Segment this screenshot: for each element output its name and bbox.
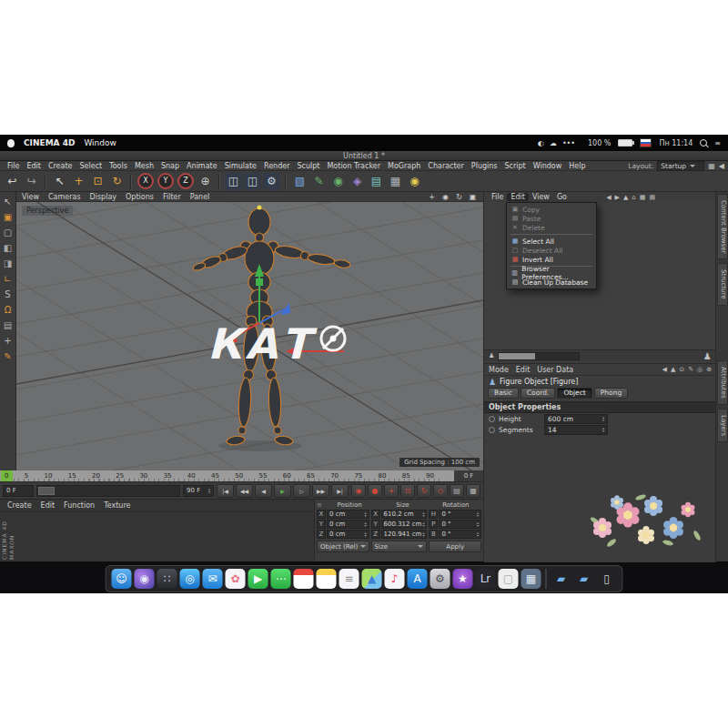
- coordinate-field[interactable]: 0 °: [439, 520, 481, 529]
- attribute-tab[interactable]: Coord.: [521, 388, 556, 399]
- snap-icon[interactable]: S: [5, 290, 10, 299]
- active-app-name[interactable]: CINEMA 4D: [24, 138, 75, 147]
- side-tab[interactable]: Structure: [717, 263, 728, 306]
- layout-collapse-icon[interactable]: ◀: [719, 162, 724, 170]
- app-menu-item[interactable]: Create: [45, 162, 76, 170]
- toolbar-icon[interactable]: [218, 175, 220, 188]
- record-keyframe-icon[interactable]: ◉: [351, 484, 366, 498]
- prev-key-button[interactable]: ◀◀: [236, 484, 253, 498]
- notes-dock-icon[interactable]: [317, 569, 337, 589]
- redo-icon[interactable]: ↪: [23, 173, 40, 190]
- viewport-menu-item[interactable]: Options: [126, 193, 154, 201]
- add-floor-icon[interactable]: ▤: [368, 173, 385, 190]
- record-position-icon[interactable]: +: [384, 484, 399, 498]
- play-button[interactable]: ▶: [274, 484, 291, 498]
- menubar-item-window[interactable]: Window: [84, 138, 116, 147]
- app-menu-item[interactable]: Motion Tracker: [323, 162, 384, 170]
- viewport-menu-item[interactable]: Panel: [190, 193, 210, 201]
- app-menu-item[interactable]: Sculpt: [293, 162, 323, 170]
- axis-icon[interactable]: +: [4, 337, 11, 346]
- more-status-icon[interactable]: •••: [562, 139, 575, 147]
- next-frame-button[interactable]: ▷: [293, 484, 310, 498]
- forward-icon[interactable]: ▶: [615, 194, 620, 201]
- pages-dock-icon[interactable]: ▢: [499, 569, 519, 589]
- pan-view-icon[interactable]: +: [427, 193, 437, 201]
- mail-dock-icon[interactable]: ✉: [203, 569, 223, 589]
- utility-dock-icon[interactable]: ▦: [521, 569, 541, 589]
- messages-dock-icon[interactable]: ⋯: [271, 569, 291, 589]
- render-view-icon[interactable]: ◫: [225, 173, 242, 190]
- attribute-tab[interactable]: Basic: [488, 388, 519, 399]
- notification-center-icon[interactable]: ≡: [714, 139, 721, 147]
- browser-menu-item[interactable]: Go: [553, 193, 571, 201]
- coordinate-mode-select[interactable]: Object (Rel): [317, 541, 369, 552]
- cloud-icon[interactable]: ☁: [550, 139, 557, 147]
- coordinate-field[interactable]: 610.2 cm: [381, 510, 428, 519]
- maps-dock-icon[interactable]: ▲: [362, 569, 382, 589]
- filter-icon[interactable]: ▲: [671, 366, 675, 373]
- model-mode-icon[interactable]: ▣: [4, 213, 12, 222]
- app-menu-item[interactable]: Snap: [157, 162, 183, 170]
- calendar-dock-icon[interactable]: [294, 569, 314, 589]
- ik-handle-dot[interactable]: [258, 206, 262, 210]
- apple-menu-icon[interactable]: [7, 139, 15, 147]
- menubar-clock[interactable]: Пн 11:14: [659, 139, 693, 147]
- timeline-range-slider[interactable]: [36, 485, 180, 497]
- app-menu-item[interactable]: Edit: [23, 162, 45, 170]
- range-slider-handle[interactable]: [38, 487, 55, 495]
- dropdown-menu-item[interactable]: ▩ Invert All: [507, 255, 596, 264]
- up-icon[interactable]: ▲: [623, 194, 628, 201]
- app-menu-item[interactable]: Plugins: [468, 162, 501, 170]
- coordinate-field[interactable]: 0 cm: [327, 530, 369, 539]
- stepper-arrows-icon[interactable]: [422, 531, 424, 537]
- edit-mode-icon[interactable]: ✎: [688, 366, 693, 373]
- app-menu-item[interactable]: Window: [530, 162, 566, 170]
- add-camera-icon[interactable]: ▦: [387, 173, 404, 190]
- goto-start-button[interactable]: |◀: [217, 484, 234, 498]
- object-axis-icon[interactable]: ▢: [4, 228, 12, 238]
- dropdown-menu-item[interactable]: ▥ Browser Preferences...: [507, 268, 596, 278]
- launchpad-dock-icon[interactable]: ∷: [157, 569, 177, 589]
- x-axis-lock-icon[interactable]: X: [137, 173, 154, 189]
- stepper-arrows-icon[interactable]: [365, 531, 367, 537]
- attribute-menu-item[interactable]: Edit: [516, 366, 531, 374]
- viewport-menu-item[interactable]: Display: [90, 193, 117, 201]
- animation-dot-icon[interactable]: [489, 427, 495, 433]
- stepper-arrows-icon[interactable]: [422, 521, 424, 527]
- current-frame-field[interactable]: 0 F: [3, 485, 34, 497]
- grid-view-icon[interactable]: ▦: [640, 194, 646, 201]
- record-rotation-icon[interactable]: ↻: [417, 484, 431, 498]
- side-tab[interactable]: Content Browser: [717, 194, 728, 259]
- material-menu-item[interactable]: Function: [64, 501, 95, 510]
- app-menu-item[interactable]: Help: [565, 162, 589, 170]
- layout-grid-icon[interactable]: ▦: [708, 162, 715, 170]
- dropdown-menu-item[interactable]: ▣ Copy: [507, 205, 596, 214]
- dropdown-menu-item[interactable]: ▦ Select All: [507, 237, 596, 246]
- coordinate-field[interactable]: 0 °: [439, 530, 481, 539]
- toggle-view-icon[interactable]: ▣: [468, 193, 478, 201]
- point-mode-icon[interactable]: ◧: [4, 244, 12, 253]
- window-titlebar[interactable]: Untitled 1 *: [0, 151, 728, 161]
- attribute-menu-item[interactable]: User Data: [537, 366, 573, 374]
- attribute-menu-item[interactable]: Mode: [489, 366, 509, 374]
- siri-dock-icon[interactable]: ◉: [135, 569, 155, 589]
- render-picture-viewer-icon[interactable]: ◫: [244, 173, 261, 190]
- lightroom-dock-icon[interactable]: Lr: [476, 569, 496, 589]
- photos-dock-icon[interactable]: ✿: [226, 569, 246, 589]
- layout-select[interactable]: Startup: [657, 161, 704, 171]
- downloads-folder-icon[interactable]: ▰: [551, 569, 571, 589]
- documents-folder-icon[interactable]: ▰: [574, 569, 594, 589]
- timeline-ruler[interactable]: 051015202530354045505560657075808590 0 F: [0, 470, 483, 481]
- imovie-dock-icon[interactable]: ★: [453, 569, 473, 589]
- render-settings-icon[interactable]: ⚙: [263, 173, 280, 190]
- keyframe-selection-icon[interactable]: ▤: [450, 484, 464, 498]
- rotate-tool-icon[interactable]: ↻: [108, 173, 126, 190]
- app-menu-item[interactable]: Tools: [106, 162, 131, 170]
- add-cube-icon[interactable]: ▧: [291, 173, 308, 190]
- reminders-dock-icon[interactable]: ≡: [339, 569, 359, 589]
- timeline-ticks[interactable]: 051015202530354045505560657075808590: [0, 470, 454, 481]
- coordinate-field[interactable]: 0 °: [439, 510, 481, 519]
- undo-icon[interactable]: ↩: [4, 173, 21, 190]
- section-header[interactable]: Object Properties: [484, 401, 716, 413]
- selection-cursor-icon[interactable]: ↖: [4, 197, 11, 207]
